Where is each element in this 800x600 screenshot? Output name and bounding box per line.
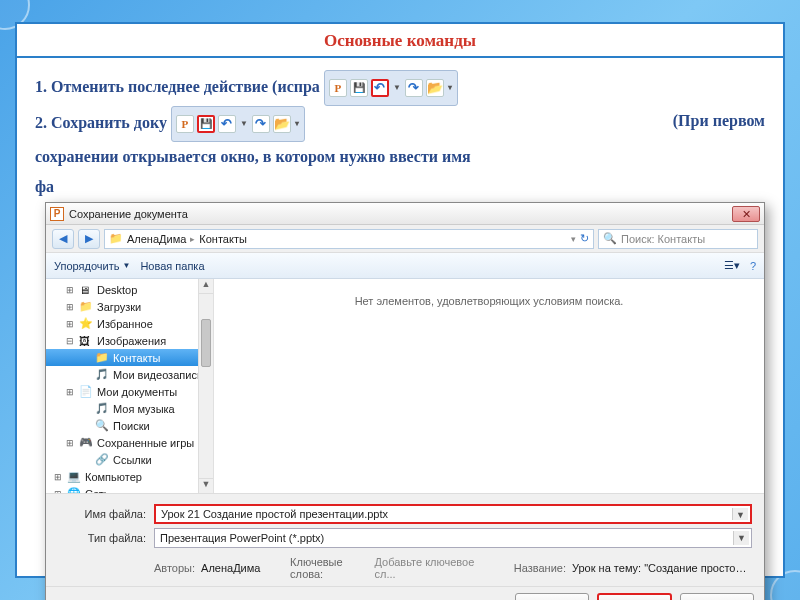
close-button[interactable]: ✕ bbox=[732, 206, 760, 222]
line2-prefix: 2. Сохранить доку bbox=[35, 114, 167, 131]
open-icon[interactable]: 📂 bbox=[273, 115, 291, 133]
tree-item[interactable]: 🔗Ссылки bbox=[46, 451, 213, 468]
scroll-thumb[interactable] bbox=[201, 319, 211, 367]
tree-item-label: Загрузки bbox=[97, 301, 141, 313]
keywords-input[interactable]: Добавьте ключевое сл... bbox=[374, 556, 484, 580]
help-button[interactable]: ? bbox=[750, 260, 756, 272]
undo-icon[interactable]: ↶ bbox=[371, 79, 389, 97]
folder-icon: 🎵 bbox=[95, 402, 109, 415]
filetype-select[interactable]: Презентация PowerPoint (*.pptx) ▼ bbox=[154, 528, 752, 548]
title-meta-value[interactable]: Урок на тему: "Создание простой презента… bbox=[572, 562, 752, 574]
dropdown-arrow-icon[interactable]: ▼ bbox=[732, 508, 748, 520]
line1-text: 1. Отменить последнее действие (испра bbox=[35, 78, 320, 95]
redo-icon[interactable]: ↷ bbox=[252, 115, 270, 133]
tree-item-label: Компьютер bbox=[85, 471, 142, 483]
tree-item[interactable]: ⊞💻Компьютер bbox=[46, 468, 213, 485]
folder-icon: 📁 bbox=[95, 351, 109, 364]
expand-icon[interactable]: ⊞ bbox=[66, 438, 75, 448]
file-list-area: Нет элементов, удовлетворяющих условиям … bbox=[214, 279, 764, 493]
scroll-down-icon[interactable]: ▼ bbox=[199, 478, 213, 493]
tree-item[interactable]: ⊟🖼Изображения bbox=[46, 332, 213, 349]
save-dialog: P Сохранение документа ✕ ◀ ▶ 📁 АленаДима… bbox=[45, 202, 765, 600]
qat-toolbar-2: P 💾 ↶ ▼ ↷ 📂 ▾ bbox=[171, 106, 305, 142]
filetype-label: Тип файла: bbox=[58, 532, 146, 544]
save-icon[interactable]: 💾 bbox=[197, 115, 215, 133]
search-input[interactable]: 🔍 Поиск: Контакты bbox=[598, 229, 758, 249]
redo-icon[interactable]: ↷ bbox=[405, 79, 423, 97]
tree-item-label: Мои документы bbox=[97, 386, 177, 398]
keywords-label: Ключевые слова: bbox=[290, 556, 368, 580]
folder-icon: 🔗 bbox=[95, 453, 109, 466]
tree-item-label: Сохраненные игры bbox=[97, 437, 194, 449]
new-folder-button[interactable]: Новая папка bbox=[140, 260, 204, 272]
dialog-app-icon: P bbox=[50, 207, 64, 221]
qat-toolbar-1: P 💾 ↶ ▼ ↷ 📂 ▾ bbox=[324, 70, 458, 106]
expand-icon[interactable]: ⊞ bbox=[66, 285, 75, 295]
save-button[interactable]: Сохранить bbox=[597, 593, 672, 601]
authors-label: Авторы: bbox=[154, 562, 195, 574]
organize-button[interactable]: Упорядочить ▼ bbox=[54, 260, 130, 272]
tree-item[interactable]: ⊞🎮Сохраненные игры bbox=[46, 434, 213, 451]
expand-icon[interactable]: ⊞ bbox=[54, 489, 63, 494]
breadcrumb-seg1[interactable]: АленаДима bbox=[127, 233, 186, 245]
authors-value[interactable]: АленаДима bbox=[201, 562, 260, 574]
folder-icon: 🔍 bbox=[95, 419, 109, 432]
tree-item-label: Изображения bbox=[97, 335, 166, 347]
tree-item-label: Desktop bbox=[97, 284, 137, 296]
tree-item[interactable]: 📁Контакты bbox=[46, 349, 213, 366]
qat-menu-icon[interactable]: ▾ bbox=[295, 109, 299, 139]
expand-icon[interactable]: ⊞ bbox=[66, 387, 75, 397]
folder-icon: 🌐 bbox=[67, 487, 81, 493]
chevron-right-icon: ▸ bbox=[190, 234, 195, 244]
folder-icon: 🎵 bbox=[95, 368, 109, 381]
refresh-icon[interactable]: ↻ bbox=[580, 232, 589, 245]
page-title: Основные команды bbox=[17, 24, 783, 58]
folder-tree[interactable]: ⊞🖥Desktop⊞📁Загрузки⊞⭐Избранное⊟🖼Изображе… bbox=[46, 279, 214, 493]
expand-icon[interactable]: ⊟ bbox=[66, 336, 75, 346]
breadcrumb-dropdown-icon[interactable]: ▾ bbox=[571, 234, 576, 244]
tree-item[interactable]: 🎵Мои видеозаписи bbox=[46, 366, 213, 383]
line4-text: фа bbox=[35, 172, 765, 202]
search-placeholder: Поиск: Контакты bbox=[621, 233, 705, 245]
nav-forward-button[interactable]: ▶ bbox=[78, 229, 100, 249]
app-icon: P bbox=[176, 115, 194, 133]
folder-icon: 🖥 bbox=[79, 284, 93, 296]
tree-item[interactable]: ⊞📄Мои документы bbox=[46, 383, 213, 400]
tree-item[interactable]: ⊞🖥Desktop bbox=[46, 281, 213, 298]
undo-icon[interactable]: ↶ bbox=[218, 115, 236, 133]
tree-item[interactable]: ⊞📁Загрузки bbox=[46, 298, 213, 315]
tree-item[interactable]: 🔍Поиски bbox=[46, 417, 213, 434]
tree-item[interactable]: ⊞⭐Избранное bbox=[46, 315, 213, 332]
folder-icon: 🎮 bbox=[79, 436, 93, 449]
breadcrumb-seg2[interactable]: Контакты bbox=[199, 233, 247, 245]
breadcrumb[interactable]: 📁 АленаДима ▸ Контакты ▾ ↻ bbox=[104, 229, 594, 249]
tree-item[interactable]: ⊞🌐Сеть bbox=[46, 485, 213, 493]
expand-icon[interactable]: ⊞ bbox=[54, 472, 63, 482]
empty-message: Нет элементов, удовлетворяющих условиям … bbox=[355, 295, 624, 307]
folder-icon: 🖼 bbox=[79, 335, 93, 347]
dropdown-arrow-icon[interactable]: ▼ bbox=[733, 531, 749, 545]
scroll-up-icon[interactable]: ▲ bbox=[199, 279, 213, 294]
service-button[interactable]: Сервис ▼ bbox=[515, 593, 589, 601]
expand-icon[interactable]: ⊞ bbox=[66, 302, 75, 312]
dialog-titlebar[interactable]: P Сохранение документа ✕ bbox=[46, 203, 764, 225]
tree-item[interactable]: 🎵Моя музыка bbox=[46, 400, 213, 417]
nav-back-button[interactable]: ◀ bbox=[52, 229, 74, 249]
save-icon[interactable]: 💾 bbox=[350, 79, 368, 97]
tree-scrollbar[interactable]: ▲ ▼ bbox=[198, 279, 213, 493]
tree-item-label: Контакты bbox=[113, 352, 161, 364]
folder-icon: ⭐ bbox=[79, 317, 93, 330]
expand-icon[interactable]: ⊞ bbox=[66, 319, 75, 329]
dropdown-arrow-icon[interactable]: ▼ bbox=[240, 109, 248, 139]
tree-item-label: Поиски bbox=[113, 420, 150, 432]
line3-text: сохранении открывается окно, в котором н… bbox=[35, 142, 765, 172]
dropdown-arrow-icon[interactable]: ▼ bbox=[393, 73, 401, 103]
filename-input[interactable]: Урок 21 Создание простой презентации.ppt… bbox=[154, 504, 752, 524]
view-button[interactable]: ☰▾ bbox=[724, 259, 740, 272]
app-icon: P bbox=[329, 79, 347, 97]
tree-item-label: Мои видеозаписи bbox=[113, 369, 203, 381]
cancel-button[interactable]: Отмена bbox=[680, 593, 754, 601]
qat-menu-icon[interactable]: ▾ bbox=[448, 73, 452, 103]
open-icon[interactable]: 📂 bbox=[426, 79, 444, 97]
folder-icon: 💻 bbox=[67, 470, 81, 483]
